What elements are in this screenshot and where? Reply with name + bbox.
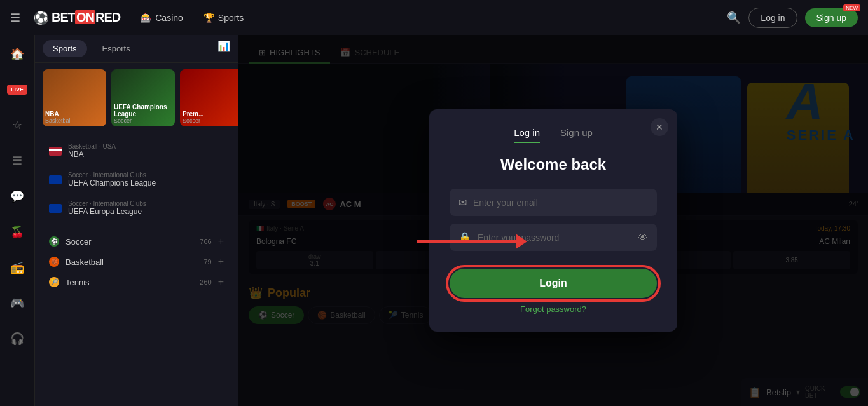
eye-slash-icon[interactable]: 👁 (638, 232, 648, 243)
email-input[interactable] (473, 198, 648, 208)
sport-add-tennis[interactable]: + (218, 276, 224, 288)
login-button[interactable]: Log in (748, 8, 797, 28)
lock-icon: 🔒 (458, 231, 471, 243)
nav-sub-2: Soccer · International Clubs (68, 200, 146, 207)
sidebar-icons: 🏠 LIVE ☆ ☰ 💬 🍒 📻 🎮 🎧 (0, 35, 35, 406)
featured-label-0: Basketball (45, 118, 72, 124)
sport-item-soccer[interactable]: ⚽ Soccer 766 + (43, 231, 230, 252)
main-content: ⊞ HIGHLIGHTS 📅 SCHEDULE A SERIE A Ital (238, 35, 868, 406)
nav-sub-1: Soccer · International Clubs (68, 172, 156, 179)
sidebar-nav-item-0[interactable]: Basketball · USA NBA (43, 138, 230, 164)
sidebar-search-icon[interactable]: 💬 (6, 185, 29, 208)
sports-nav-item[interactable]: 🏆 Sports (196, 9, 251, 27)
basketball-dot: 🏀 (49, 257, 59, 267)
sports-tabs: Sports Esports 📊 (35, 35, 238, 63)
modal-tab-signup[interactable]: Sign up (560, 127, 593, 143)
nav-text-1: UEFA Champions League (68, 179, 156, 187)
sports-tab-esports[interactable]: Esports (92, 40, 141, 57)
modal-overlay: ✕ Log in Sign up Welcome back ✉ 🔒 👁 Logi… (238, 35, 868, 406)
forgot-password-link[interactable]: Forgot password? (450, 304, 657, 314)
nav-text-2: UEFA Europa League (68, 207, 146, 216)
chart-icon[interactable]: 📊 (217, 40, 230, 57)
sidebar-cherry-icon[interactable]: 🍒 (6, 220, 29, 243)
tennis-dot: 🎾 (49, 277, 59, 287)
featured-title-1: UEFA Champions League (114, 104, 175, 118)
signup-button[interactable]: NEW Sign up (805, 8, 858, 27)
sport-name-soccer: Soccer (65, 237, 193, 247)
search-icon[interactable]: 🔍 (727, 11, 741, 25)
modal-title: Welcome back (450, 156, 657, 173)
sport-section: ⚽ Soccer 766 + 🏀 Basketball 79 + 🎾 Tenni… (35, 226, 238, 297)
email-icon: ✉ (458, 196, 467, 208)
sidebar-nav-item-1[interactable]: Soccer · International Clubs UEFA Champi… (43, 166, 230, 193)
password-input[interactable] (478, 233, 631, 243)
sports-tab-sports[interactable]: Sports (43, 40, 87, 57)
nav-text-0: NBA (68, 150, 116, 159)
hamburger-icon[interactable]: ☰ (10, 11, 20, 25)
sidebar-game-icon[interactable]: 🎮 (6, 292, 29, 315)
sidebar-secondary: Sports Esports 📊 Basketball NBA Soccer U… (35, 35, 238, 406)
soccer-dot: ⚽ (49, 236, 59, 247)
sidebar-live-icon[interactable]: LIVE (6, 78, 29, 101)
featured-card-1[interactable]: Soccer UEFA Champions League (111, 69, 175, 126)
modal-tab-login[interactable]: Log in (514, 127, 540, 143)
login-modal: ✕ Log in Sign up Welcome back ✉ 🔒 👁 Logi… (429, 109, 677, 332)
top-nav: ☰ ⚽ BETONRED 🎰 Casino 🏆 Sports 🔍 Log in … (0, 0, 868, 35)
flag-us (49, 147, 62, 156)
sidebar-nav-items: Basketball · USA NBA Soccer · Internatio… (35, 133, 238, 226)
modal-tabs: Log in Sign up (450, 127, 657, 143)
sidebar-nav-item-2[interactable]: Soccer · International Clubs UEFA Europa… (43, 195, 230, 221)
main-layout: 🏠 LIVE ☆ ☰ 💬 🍒 📻 🎮 🎧 Sports Esports 📊 Ba… (0, 35, 868, 406)
modal-close-button[interactable]: ✕ (651, 118, 668, 136)
featured-label-2: Soccer (183, 118, 200, 124)
flag-eu-0 (49, 175, 62, 184)
sport-add-basketball[interactable]: + (218, 256, 224, 267)
sidebar-home-icon[interactable]: 🏠 (6, 43, 29, 65)
logo: ⚽ BETONRED (33, 10, 120, 25)
flag-eu-1 (49, 204, 62, 213)
sidebar-headset-icon[interactable]: 🎧 (6, 327, 29, 350)
sport-item-basketball[interactable]: 🏀 Basketball 79 + (43, 252, 230, 272)
featured-title-0: NBA (45, 111, 59, 118)
featured-label-1: Soccer (114, 118, 132, 124)
new-badge: NEW (843, 4, 860, 11)
featured-card-0[interactable]: Basketball NBA (43, 69, 106, 126)
sport-count-tennis: 260 (200, 278, 211, 286)
login-submit-button[interactable]: Login (450, 269, 657, 298)
sport-count-basketball: 79 (203, 258, 211, 266)
sport-name-tennis: Tennis (65, 278, 193, 287)
email-input-group: ✉ (450, 189, 657, 216)
password-input-group: 🔒 👁 (450, 224, 657, 251)
casino-nav-item[interactable]: 🎰 Casino (133, 9, 191, 27)
sidebar-radio-icon[interactable]: 📻 (6, 256, 29, 279)
sport-name-basketball: Basketball (65, 257, 197, 267)
sidebar-star-icon[interactable]: ☆ (6, 114, 29, 137)
nav-sub-0: Basketball · USA (68, 143, 116, 150)
sport-add-soccer[interactable]: + (218, 236, 224, 247)
nav-items: 🎰 Casino 🏆 Sports (133, 9, 714, 27)
featured-title-2: Prem... (183, 111, 203, 118)
featured-card-2[interactable]: Soccer Prem... (180, 69, 238, 126)
featured-cards: Basketball NBA Soccer UEFA Champions Lea… (35, 63, 238, 133)
sport-item-tennis[interactable]: 🎾 Tennis 260 + (43, 272, 230, 292)
sport-count-soccer: 766 (200, 238, 211, 245)
nav-right: 🔍 Log in NEW Sign up (727, 8, 858, 28)
sidebar-list-icon[interactable]: ☰ (6, 149, 29, 172)
